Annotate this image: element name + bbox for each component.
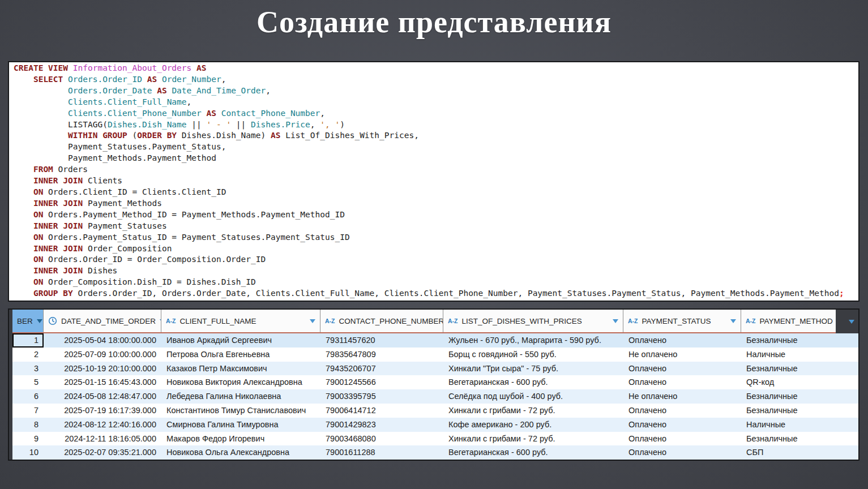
- grid-cell[interactable]: 79311457620: [320, 333, 443, 348]
- sql-token: [142, 75, 147, 84]
- grid-cell[interactable]: 2025-07-09 10:00:00.000: [44, 348, 161, 362]
- sql-token: Orders: [53, 165, 88, 174]
- grid-cell[interactable]: 10: [12, 445, 44, 460]
- sql-token: Payment_Methods: [83, 199, 162, 208]
- grid-cell[interactable]: Борщ с говядиной - 550 руб.: [443, 348, 623, 362]
- column-header-date_and_time_order[interactable]: DATE_AND_TIME_ORDER: [44, 310, 161, 332]
- grid-cell[interactable]: Вегетарианская - 600 руб.: [443, 445, 623, 460]
- grid-cell[interactable]: Оплачено: [623, 375, 741, 389]
- grid-cell[interactable]: Не оплачено: [623, 348, 741, 362]
- grid-cell[interactable]: Жульен - 670 руб., Маргарита - 590 руб.: [443, 333, 623, 348]
- grid-cell[interactable]: Оплачено: [623, 333, 741, 348]
- grid-cell[interactable]: Лебедева Галина Николаевна: [161, 389, 320, 404]
- grid-cell[interactable]: Наличные: [741, 348, 858, 362]
- grid-cell[interactable]: СБП: [741, 445, 858, 460]
- grid-cell[interactable]: 79001245566: [320, 375, 443, 389]
- column-header-contact_phone_number[interactable]: A-ZCONTACT_PHONE_NUMBER: [320, 310, 443, 332]
- grid-cell[interactable]: Казаков Петр Максимович: [161, 362, 320, 376]
- grid-cell[interactable]: Хинкали "Три сыра" - 75 руб.: [443, 362, 623, 376]
- filter-arrow-icon[interactable]: [849, 320, 854, 324]
- sql-line: Clients.Client_Full_Name,: [14, 97, 856, 108]
- sql-token: [157, 75, 162, 84]
- grid-cell[interactable]: Наличные: [741, 418, 858, 432]
- grid-cell[interactable]: 79003468080: [320, 432, 443, 446]
- sql-editor[interactable]: CREATE VIEW Information_About_Orders AS …: [8, 61, 860, 302]
- column-header-label: PAYMENT_METHOD: [760, 317, 833, 325]
- column-header-client_full_name[interactable]: A-ZCLIENT_FULL_NAME: [161, 310, 320, 332]
- sql-token: Order_Composition: [83, 244, 172, 253]
- grid-cell[interactable]: 7: [12, 404, 44, 418]
- grid-cell[interactable]: Макаров Федор Игоревич: [161, 432, 320, 446]
- grid-cell[interactable]: Безналичные: [741, 432, 858, 446]
- grid-cell[interactable]: 2025-10-19 20:10:00.000: [44, 362, 161, 376]
- grid-cell[interactable]: Оплачено: [623, 432, 741, 446]
- grid-cell[interactable]: 2025-01-15 16:45:43.000: [44, 375, 161, 389]
- grid-cell[interactable]: QR-код: [741, 375, 858, 389]
- grid-cell[interactable]: 5: [12, 375, 44, 389]
- sql-line: ON Orders.Payment_Method_ID = Payment_Me…: [14, 209, 856, 221]
- grid-cell[interactable]: Хинкали с грибами - 72 руб.: [443, 432, 623, 446]
- sql-token: Orders.Payment_Status_ID = Payment_Statu…: [43, 233, 349, 242]
- grid-cell[interactable]: 79001611288: [320, 445, 443, 460]
- filter-arrow-icon[interactable]: [310, 319, 315, 323]
- grid-cell[interactable]: Безналичные: [741, 333, 858, 348]
- grid-cell[interactable]: 9: [12, 432, 44, 446]
- az-string-type-icon: A-Z: [448, 318, 458, 324]
- grid-cell[interactable]: 79435206707: [320, 362, 443, 376]
- sql-token: [14, 221, 33, 230]
- grid-cell[interactable]: Новикова Ольга Александровна: [161, 445, 320, 460]
- grid-cell[interactable]: Безналичные: [741, 389, 858, 404]
- grid-cell[interactable]: Петрова Ольга Евгеньевна: [161, 348, 320, 362]
- grid-cell[interactable]: 2024-08-12 12:40:16.000: [44, 418, 161, 432]
- sql-token: Payment_Methods.Payment_Method: [14, 153, 216, 162]
- sql-token: Dishes.Dish_Name): [177, 131, 271, 140]
- grid-cell[interactable]: 2025-05-04 18:00:00.000: [44, 333, 161, 348]
- grid-cell[interactable]: Оплачено: [623, 362, 741, 376]
- grid-cell[interactable]: 79835647809: [320, 348, 443, 362]
- grid-cell[interactable]: Безналичные: [741, 362, 858, 376]
- grid-cell[interactable]: Вегетарианская - 600 руб.: [443, 375, 623, 389]
- sql-token: Date_And_Time_Order: [172, 86, 266, 95]
- column-header-payment_status[interactable]: A-ZPAYMENT_STATUS: [623, 310, 741, 332]
- grid-cell[interactable]: Кофе американо - 200 руб.: [443, 418, 623, 432]
- sql-token: Orders.Client_ID = Clients.Client_ID: [43, 187, 226, 196]
- grid-cell[interactable]: 2025-07-19 16:17:39.000: [44, 404, 161, 418]
- sql-token: INNER JOIN: [33, 199, 83, 208]
- column-header-list_of_dishes_with_prices[interactable]: A-ZLIST_OF_DISHES_WITH_PRICES: [443, 310, 623, 332]
- sql-line: ON Order_Composition.Dish_ID = Dishes.Di…: [14, 277, 856, 288]
- grid-cell[interactable]: Хинкали с грибами - 72 руб.: [443, 404, 623, 418]
- grid-cell[interactable]: 1: [12, 333, 44, 348]
- grid-cell[interactable]: 79003395795: [320, 389, 443, 404]
- grid-cell[interactable]: Безналичные: [741, 404, 858, 418]
- filter-arrow-icon[interactable]: [730, 319, 736, 323]
- table-row: 92024-12-11 18:16:05.000Макаров Федор Иг…: [12, 432, 858, 446]
- sql-token: AS: [147, 75, 157, 84]
- grid-cell[interactable]: 2024-12-11 18:16:05.000: [44, 432, 161, 446]
- filter-arrow-icon[interactable]: [37, 319, 42, 323]
- table-row: 12025-05-04 18:00:00.000Иванов Аркадий С…: [12, 333, 858, 348]
- grid-cell[interactable]: 2: [12, 348, 44, 362]
- sql-token: AS: [271, 131, 280, 140]
- grid-cell[interactable]: Новикова Виктория Александровна: [161, 375, 320, 389]
- grid-cell[interactable]: 8: [12, 418, 44, 432]
- filter-arrow-icon[interactable]: [613, 319, 618, 323]
- grid-cell[interactable]: 6: [12, 389, 44, 404]
- sql-token: [14, 266, 33, 275]
- table-row: 102025-02-07 09:35:21.000Новикова Ольга …: [12, 445, 858, 460]
- sql-token: Orders.Order_ID = Order_Composition.Orde…: [43, 255, 266, 264]
- grid-cell[interactable]: Не оплачено: [623, 389, 741, 404]
- grid-cell[interactable]: Константинов Тимур Станиславович: [161, 404, 320, 418]
- grid-cell[interactable]: Оплачено: [623, 445, 741, 460]
- grid-cell[interactable]: Оплачено: [623, 418, 741, 432]
- sql-token: INNER JOIN: [33, 221, 83, 230]
- grid-cell[interactable]: 2025-02-07 09:35:21.000: [44, 445, 161, 460]
- column-header-ber[interactable]: BER: [12, 310, 44, 332]
- grid-cell[interactable]: Смирнова Галина Тимуровна: [161, 418, 320, 432]
- grid-cell[interactable]: 3: [12, 362, 44, 376]
- grid-cell[interactable]: 2024-05-08 12:48:47.000: [44, 389, 161, 404]
- grid-cell[interactable]: Оплачено: [623, 404, 741, 418]
- grid-cell[interactable]: 79001429823: [320, 418, 443, 432]
- grid-cell[interactable]: 79006414712: [320, 404, 443, 418]
- grid-cell[interactable]: Селёдка под шубой - 400 руб.: [443, 389, 623, 404]
- grid-cell[interactable]: Иванов Аркадий Сергеевич: [161, 333, 320, 348]
